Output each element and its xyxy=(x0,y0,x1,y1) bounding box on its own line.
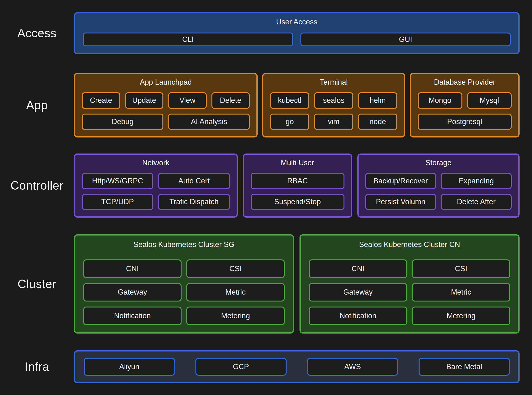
section-title-database-provider: Database Provider xyxy=(418,77,512,87)
item-sg-metric: Metric xyxy=(186,283,285,302)
item-vim: vim xyxy=(314,114,353,130)
item-auto-cert: Auto Cert xyxy=(158,173,230,189)
row-access: Access User Access CLI GUI xyxy=(0,12,520,54)
item-postgresql: Postgresql xyxy=(418,114,512,130)
section-title-user-access: User Access xyxy=(83,17,511,27)
item-bare-metal: Bare Metal xyxy=(419,358,510,376)
item-cn-gateway: Gateway xyxy=(309,283,407,302)
architecture-diagram: Access User Access CLI GUI App App Launc… xyxy=(0,0,532,395)
row-app-content: App Launchpad Create Update View Delete … xyxy=(74,73,520,137)
item-gcp: GCP xyxy=(195,358,287,376)
item-trafic-dispatch: Trafic Dispatch xyxy=(158,194,230,210)
item-kubectl: kubectl xyxy=(270,92,309,109)
item-ai-analysis: AI Analysis xyxy=(168,114,250,130)
item-update: Update xyxy=(125,92,164,109)
item-debug: Debug xyxy=(82,114,163,130)
row-cluster-content: Sealos Kubernetes Cluster SG CNI CSI Gat… xyxy=(74,234,520,334)
row-access-content: User Access CLI GUI xyxy=(74,12,520,54)
row-label-controller: Controller xyxy=(0,154,74,218)
item-node: node xyxy=(358,114,397,130)
row-label-infra: Infra xyxy=(0,350,74,383)
item-sg-gateway: Gateway xyxy=(83,283,182,302)
section-network: Network Http/WS/GRPC Auto Cert TCP/UDP T… xyxy=(74,154,238,218)
item-cn-metering: Metering xyxy=(412,307,510,325)
network-grid: Http/WS/GRPC Auto Cert TCP/UDP Trafic Di… xyxy=(82,173,230,210)
section-database-provider: Database Provider Mongo Mysql Postgresql xyxy=(410,73,520,137)
item-mysql: Mysql xyxy=(467,92,512,109)
item-view: View xyxy=(168,92,207,109)
row-infra-content: Aliyun GCP AWS Bare Metal xyxy=(74,350,520,383)
item-delete: Delete xyxy=(211,92,250,109)
item-expanding: Expanding xyxy=(441,173,512,189)
item-cn-notification: Notification xyxy=(309,307,407,325)
item-persist-volumn: Persist Volumn xyxy=(365,194,436,210)
item-go: go xyxy=(270,114,309,130)
section-title-network: Network xyxy=(82,158,230,168)
item-aliyun: Aliyun xyxy=(84,358,175,376)
section-multi-user: Multi User RBAC Suspend/Stop xyxy=(243,154,352,218)
item-sg-cni: CNI xyxy=(83,259,182,278)
item-cli: CLI xyxy=(83,33,293,46)
section-title-app-launchpad: App Launchpad xyxy=(82,77,250,87)
item-backup-recover: Backup/Recover xyxy=(365,173,436,189)
multi-user-grid: RBAC Suspend/Stop xyxy=(251,173,344,210)
item-cn-cni: CNI xyxy=(309,259,407,278)
cluster-cn-grid: CNI CSI Gateway Metric Notification Mete… xyxy=(309,259,510,325)
infra-grid: Aliyun GCP AWS Bare Metal xyxy=(84,358,510,376)
section-app-launchpad: App Launchpad Create Update View Delete … xyxy=(74,73,258,137)
item-http-ws-grpc: Http/WS/GRPC xyxy=(82,173,153,189)
item-sg-csi: CSI xyxy=(186,259,285,278)
item-aws: AWS xyxy=(307,358,398,376)
row-label-app: App xyxy=(0,73,74,137)
item-gui: GUI xyxy=(300,33,511,46)
item-helm: helm xyxy=(358,92,397,109)
section-title-terminal: Terminal xyxy=(270,77,397,87)
item-delete-after: Delete After xyxy=(441,194,512,210)
item-tcp-udp: TCP/UDP xyxy=(82,194,153,210)
section-title-multi-user: Multi User xyxy=(251,158,344,168)
row-cluster: Cluster Sealos Kubernetes Cluster SG CNI… xyxy=(0,234,520,334)
row-label-cluster: Cluster xyxy=(0,234,74,334)
item-rbac: RBAC xyxy=(251,173,344,189)
app-launchpad-grid: Create Update View Delete Debug AI Analy… xyxy=(82,92,250,130)
section-cluster-cn: Sealos Kubernetes Cluster CN CNI CSI Gat… xyxy=(299,234,520,334)
row-label-access: Access xyxy=(0,12,74,54)
section-infra-providers: Aliyun GCP AWS Bare Metal xyxy=(74,350,520,383)
item-mongo: Mongo xyxy=(418,92,462,109)
cluster-sg-grid: CNI CSI Gateway Metric Notification Mete… xyxy=(83,259,285,325)
section-user-access: User Access CLI GUI xyxy=(74,12,520,54)
item-create: Create xyxy=(82,92,120,109)
row-app: App App Launchpad Create Update View Del… xyxy=(0,73,520,137)
user-access-grid: CLI GUI xyxy=(83,33,511,46)
item-sg-notification: Notification xyxy=(83,307,182,325)
item-sealos: sealos xyxy=(314,92,353,109)
item-sg-metering: Metering xyxy=(186,307,285,325)
section-cluster-sg: Sealos Kubernetes Cluster SG CNI CSI Gat… xyxy=(74,234,294,334)
row-infra: Infra Aliyun GCP AWS Bare Metal xyxy=(0,350,520,383)
row-controller-content: Network Http/WS/GRPC Auto Cert TCP/UDP T… xyxy=(74,154,520,218)
section-title-cluster-sg: Sealos Kubernetes Cluster SG xyxy=(83,240,285,249)
section-storage: Storage Backup/Recover Expanding Persist… xyxy=(357,154,520,218)
item-cn-metric: Metric xyxy=(412,283,510,302)
storage-grid: Backup/Recover Expanding Persist Volumn … xyxy=(365,173,512,210)
section-terminal: Terminal kubectl sealos helm go vim node xyxy=(262,73,405,137)
section-title-storage: Storage xyxy=(365,158,512,168)
section-title-cluster-cn: Sealos Kubernetes Cluster CN xyxy=(309,240,510,249)
item-cn-csi: CSI xyxy=(412,259,510,278)
row-controller: Controller Network Http/WS/GRPC Auto Cer… xyxy=(0,154,520,218)
database-provider-grid: Mongo Mysql Postgresql xyxy=(418,92,512,130)
item-suspend-stop: Suspend/Stop xyxy=(251,194,344,210)
terminal-grid: kubectl sealos helm go vim node xyxy=(270,92,397,130)
